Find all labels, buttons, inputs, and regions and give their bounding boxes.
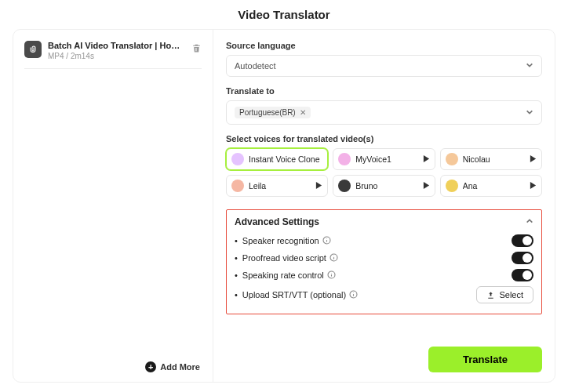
upload-srt-label: •Upload SRT/VTT (optional) bbox=[235, 290, 358, 300]
file-thumb-icon bbox=[24, 41, 42, 58]
language-chip: Portuguese(BR) ✕ bbox=[235, 107, 311, 118]
chevron-down-icon bbox=[526, 108, 533, 118]
voice-option[interactable]: Bruno bbox=[333, 175, 435, 197]
speaker-recognition-label: •Speaker recognition bbox=[235, 236, 331, 246]
voice-avatar-icon bbox=[446, 153, 458, 165]
play-icon[interactable] bbox=[423, 181, 430, 191]
voice-option[interactable]: MyVoice1 bbox=[333, 148, 435, 170]
svg-marker-2 bbox=[316, 182, 322, 189]
file-meta: MP4 / 2m14s bbox=[48, 52, 185, 60]
play-icon[interactable] bbox=[530, 181, 537, 191]
add-more-button[interactable]: + Add More bbox=[144, 357, 202, 374]
main-card: Batch AI Video Translator | How To Bat… … bbox=[13, 29, 555, 383]
advanced-settings-box: Advanced Settings •Speaker recognition •… bbox=[226, 209, 542, 314]
svg-marker-4 bbox=[530, 182, 536, 189]
voice-name-label: MyVoice1 bbox=[355, 154, 417, 164]
advanced-settings-header[interactable]: Advanced Settings bbox=[235, 216, 533, 227]
voice-name-label: Ana bbox=[463, 181, 525, 191]
voice-name-label: Bruno bbox=[355, 181, 417, 191]
proofread-toggle[interactable] bbox=[512, 252, 533, 264]
settings-panel: Source language Autodetect Translate to … bbox=[213, 30, 555, 382]
voices-grid: Instant Voice CloneMyVoice1NicolauLeilaB… bbox=[226, 148, 542, 197]
voice-option[interactable]: Leila bbox=[226, 175, 328, 197]
add-more-label: Add More bbox=[160, 362, 200, 372]
source-language-label: Source language bbox=[226, 41, 542, 50]
voice-name-label: Leila bbox=[249, 181, 311, 191]
svg-marker-0 bbox=[424, 155, 429, 162]
info-icon[interactable] bbox=[327, 270, 336, 281]
speaking-rate-toggle[interactable] bbox=[512, 269, 533, 281]
translate-to-select[interactable]: Portuguese(BR) ✕ bbox=[226, 100, 542, 125]
translate-to-label: Translate to bbox=[226, 86, 542, 96]
voice-avatar-icon bbox=[446, 180, 458, 192]
play-icon[interactable] bbox=[530, 154, 537, 164]
voice-option[interactable]: Ana bbox=[440, 175, 542, 197]
info-icon[interactable] bbox=[330, 253, 338, 263]
upload-srt-select-button[interactable]: Select bbox=[476, 286, 533, 303]
svg-marker-3 bbox=[424, 182, 429, 189]
voice-name-label: Nicolau bbox=[463, 154, 525, 164]
svg-marker-1 bbox=[530, 155, 536, 162]
translate-button[interactable]: Translate bbox=[428, 347, 542, 372]
remove-language-icon[interactable]: ✕ bbox=[300, 108, 306, 117]
info-icon[interactable] bbox=[349, 290, 358, 300]
file-row: Batch AI Video Translator | How To Bat… … bbox=[24, 41, 202, 69]
speaking-rate-label: •Speaking rate control bbox=[235, 270, 336, 281]
voice-option[interactable]: Nicolau bbox=[440, 148, 542, 170]
voice-option[interactable]: Instant Voice Clone bbox=[226, 148, 328, 170]
source-language-select[interactable]: Autodetect bbox=[226, 55, 542, 77]
file-name: Batch AI Video Translator | How To Bat… bbox=[48, 41, 185, 50]
play-icon[interactable] bbox=[315, 181, 322, 191]
info-icon[interactable] bbox=[322, 236, 331, 246]
voice-avatar-icon bbox=[338, 180, 351, 192]
page-title: Video Translator bbox=[13, 8, 555, 21]
proofread-label: •Proofread video script bbox=[235, 253, 338, 263]
voice-avatar-icon bbox=[231, 180, 244, 192]
play-icon[interactable] bbox=[423, 154, 430, 164]
speaker-recognition-toggle[interactable] bbox=[512, 234, 533, 247]
upload-icon bbox=[486, 291, 495, 299]
chevron-up-icon bbox=[526, 216, 533, 227]
voice-avatar-icon bbox=[231, 153, 244, 165]
voices-label: Select voices for translated video(s) bbox=[226, 134, 542, 143]
plus-icon: + bbox=[145, 361, 156, 372]
chevron-down-icon bbox=[526, 61, 533, 71]
voice-avatar-icon bbox=[338, 153, 351, 165]
file-panel: Batch AI Video Translator | How To Bat… … bbox=[13, 30, 213, 382]
voice-name-label: Instant Voice Clone bbox=[249, 154, 322, 164]
delete-file-button[interactable] bbox=[191, 41, 202, 56]
